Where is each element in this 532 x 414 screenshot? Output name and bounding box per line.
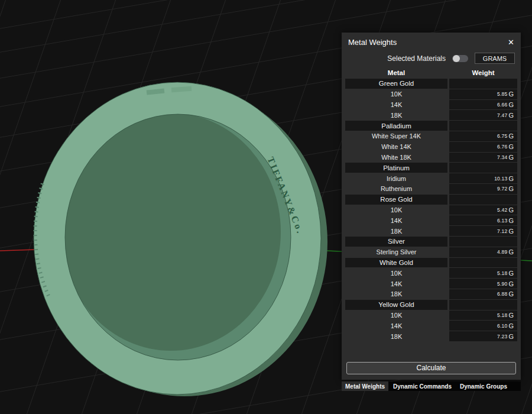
weight-unit: G bbox=[508, 132, 514, 140]
metal-label: 14K bbox=[345, 100, 447, 110]
weight-unit: G bbox=[508, 270, 514, 277]
weight-value: 7.23G bbox=[449, 331, 517, 341]
metal-row[interactable]: 14K6.13G bbox=[345, 215, 517, 225]
group-name: Silver bbox=[345, 237, 447, 247]
weight-unit: G bbox=[508, 322, 514, 329]
column-headers: Metal Weight bbox=[342, 69, 521, 79]
metal-label: 18K bbox=[345, 226, 447, 236]
metal-label: 10K bbox=[345, 310, 447, 321]
weight-number: 6.76 bbox=[497, 144, 507, 150]
metal-row[interactable]: Iridium10.13G bbox=[345, 173, 517, 183]
metal-row[interactable]: 10K5.42G bbox=[345, 205, 517, 215]
group-header-row[interactable]: Palladium bbox=[345, 121, 517, 131]
metal-table: Green Gold10K5.85G14K6.66G18K7.47GPallad… bbox=[342, 79, 521, 341]
selected-materials-toggle[interactable] bbox=[452, 55, 468, 62]
metal-row[interactable]: White Super 14K6.75G bbox=[345, 131, 517, 141]
weight-value: 7.47G bbox=[449, 110, 517, 120]
metal-row[interactable]: 18K7.47G bbox=[345, 110, 517, 120]
weight-unit: G bbox=[508, 112, 514, 119]
weight-number: 6.88 bbox=[497, 291, 507, 297]
metal-row[interactable]: 10K5.18G bbox=[345, 310, 517, 321]
weight-value: 9.72G bbox=[449, 184, 517, 194]
close-icon[interactable]: ✕ bbox=[508, 38, 514, 46]
metal-label: 14K bbox=[345, 321, 447, 331]
weight-unit: G bbox=[508, 312, 514, 319]
weight-number: 9.72 bbox=[497, 186, 507, 192]
weight-number: 7.34 bbox=[497, 154, 507, 160]
metal-row[interactable]: 14K5.90G bbox=[345, 279, 517, 289]
metal-row[interactable]: 10K5.85G bbox=[345, 89, 517, 99]
metal-weights-panel: Metal Weights ✕ Selected Materials GRAMS… bbox=[342, 33, 521, 380]
group-weight-cell bbox=[449, 258, 517, 268]
weight-number: 6.13 bbox=[497, 218, 507, 224]
tab-dynamic-commands[interactable]: Dynamic Commands bbox=[390, 381, 455, 391]
metal-row[interactable]: 14K6.66G bbox=[345, 100, 517, 110]
weight-unit: G bbox=[508, 175, 514, 182]
weight-value: 6.88G bbox=[449, 289, 517, 299]
weight-value: 10.13G bbox=[449, 173, 517, 183]
metal-row[interactable]: 10K5.18G bbox=[345, 268, 517, 278]
metal-column-header: Metal bbox=[345, 69, 447, 76]
group-weight-cell bbox=[449, 300, 517, 310]
panel-title: Metal Weights bbox=[348, 38, 397, 47]
weight-unit: G bbox=[508, 185, 514, 192]
metal-label: Iridium bbox=[345, 173, 447, 183]
panel-header: Metal Weights ✕ bbox=[342, 33, 521, 50]
weight-value: 6.66G bbox=[449, 100, 517, 110]
group-header-row[interactable]: Silver bbox=[345, 237, 517, 247]
weight-unit: G bbox=[508, 206, 514, 214]
metal-row[interactable]: Sterling Silver4.89G bbox=[345, 247, 517, 257]
metal-row[interactable]: 14K6.10G bbox=[345, 321, 517, 331]
group-header-row[interactable]: Platinum bbox=[345, 163, 517, 173]
weight-number: 6.75 bbox=[497, 133, 507, 139]
weight-number: 5.85 bbox=[497, 91, 507, 97]
weight-value: 4.89G bbox=[449, 247, 517, 257]
toggle-knob bbox=[453, 55, 460, 62]
weight-number: 5.90 bbox=[497, 281, 507, 287]
metal-row[interactable]: White 14K6.76G bbox=[345, 142, 517, 152]
group-name: Yellow Gold bbox=[345, 300, 447, 310]
metal-row[interactable]: 18K7.23G bbox=[345, 331, 517, 341]
metal-row[interactable]: 18K7.12G bbox=[345, 226, 517, 236]
weight-unit: G bbox=[508, 154, 514, 161]
weight-unit: G bbox=[508, 280, 514, 287]
weight-number: 7.23 bbox=[497, 334, 507, 339]
group-weight-cell bbox=[449, 163, 517, 173]
selected-materials-label: Selected Materials bbox=[387, 54, 446, 63]
metal-label: 18K bbox=[345, 331, 447, 341]
weight-value: 7.34G bbox=[449, 153, 517, 163]
weight-number: 7.12 bbox=[497, 228, 507, 234]
metal-label: 14K bbox=[345, 215, 447, 225]
weight-value: 6.13G bbox=[449, 215, 517, 225]
weight-number: 5.42 bbox=[497, 207, 507, 213]
weight-value: 7.12G bbox=[449, 226, 517, 236]
metal-row[interactable]: 18K6.88G bbox=[345, 289, 517, 299]
panel-tabbar: Metal WeightsDynamic CommandsDynamic Gro… bbox=[342, 381, 521, 391]
weight-number: 4.89 bbox=[497, 249, 507, 255]
selected-materials-row: Selected Materials GRAMS bbox=[342, 50, 521, 69]
group-header-row[interactable]: White Gold bbox=[345, 258, 517, 268]
weight-unit: G bbox=[508, 101, 514, 108]
weight-unit: G bbox=[508, 248, 514, 255]
group-header-row[interactable]: Green Gold bbox=[345, 79, 517, 89]
metal-row[interactable]: White 18K7.34G bbox=[345, 153, 517, 163]
metal-row[interactable]: Ruthenium9.72G bbox=[345, 184, 517, 194]
tab-metal-weights[interactable]: Metal Weights bbox=[342, 381, 388, 391]
group-header-row[interactable]: Rose Gold bbox=[345, 195, 517, 205]
group-header-row[interactable]: Yellow Gold bbox=[345, 300, 517, 310]
group-weight-cell bbox=[449, 121, 517, 131]
metal-label: White 18K bbox=[345, 153, 447, 163]
metal-label: 14K bbox=[345, 279, 447, 289]
group-name: Green Gold bbox=[345, 79, 447, 89]
metal-label: White Super 14K bbox=[345, 131, 447, 141]
weight-value: 6.75G bbox=[449, 131, 517, 141]
units-button[interactable]: GRAMS bbox=[475, 53, 515, 64]
weight-value: 5.42G bbox=[449, 205, 517, 215]
tab-dynamic-groups[interactable]: Dynamic Groups bbox=[456, 381, 511, 391]
weight-number: 6.66 bbox=[497, 102, 507, 108]
metal-label: 18K bbox=[345, 110, 447, 120]
group-name: White Gold bbox=[345, 258, 447, 268]
group-name: Rose Gold bbox=[345, 195, 447, 205]
calculate-button[interactable]: Calculate bbox=[346, 362, 516, 374]
metal-label: 10K bbox=[345, 205, 447, 215]
